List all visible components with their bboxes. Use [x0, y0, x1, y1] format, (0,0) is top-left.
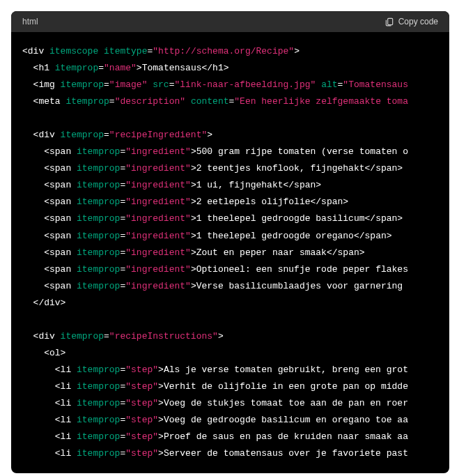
- clipboard-icon: [385, 17, 394, 26]
- svg-rect-0: [387, 18, 392, 24]
- code-block: html Copy code <div itemscope itemtype="…: [11, 11, 449, 473]
- code-header: html Copy code: [11, 11, 449, 32]
- language-label: html: [22, 17, 38, 26]
- copy-code-button[interactable]: Copy code: [385, 17, 438, 26]
- copy-code-label: Copy code: [398, 17, 438, 26]
- code-content[interactable]: <div itemscope itemtype="http://schema.o…: [11, 32, 449, 473]
